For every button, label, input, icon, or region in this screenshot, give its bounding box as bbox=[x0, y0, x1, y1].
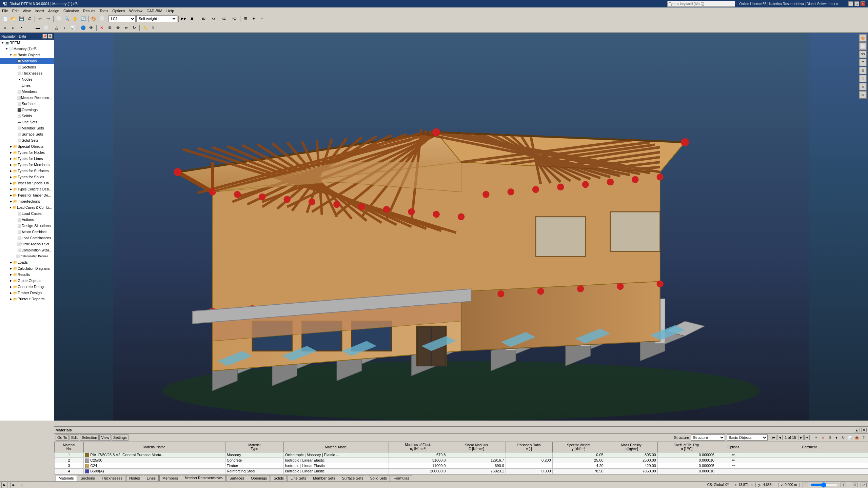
tree-item-action-combos[interactable]: ▶ ⬜ Action Combinations bbox=[0, 229, 54, 235]
tb-zoom-out[interactable]: − bbox=[258, 15, 265, 22]
tree-item-member-reps[interactable]: ▶ ⬜ Member Representatives bbox=[0, 95, 54, 101]
status-btn-1[interactable]: ▶ bbox=[1, 482, 7, 488]
tb-pan[interactable]: ✋ bbox=[71, 15, 79, 22]
tb2-delete[interactable]: ✕ bbox=[98, 24, 105, 32]
tb2-node[interactable]: • bbox=[18, 24, 25, 32]
tab-member-sets[interactable]: Member Sets bbox=[310, 475, 338, 481]
tree-item-line-sets[interactable]: ▶ — Line Sets bbox=[0, 119, 54, 125]
tree-item-lines[interactable]: ▶ — Lines bbox=[0, 82, 54, 88]
tb-open[interactable]: 📂 bbox=[9, 15, 17, 22]
status-fullscreen[interactable]: ⤢ bbox=[861, 483, 867, 487]
tab-surfaces[interactable]: Surfaces bbox=[226, 475, 247, 481]
status-view-toggle[interactable]: ⊞ bbox=[852, 483, 858, 487]
tree-item-timber-design[interactable]: ▶ 📂 Timber Design bbox=[0, 290, 54, 296]
panel-tb-import[interactable]: 📥 bbox=[854, 434, 860, 441]
panel-view-button[interactable]: View bbox=[99, 434, 111, 441]
panel-selection-button[interactable]: Selection bbox=[80, 434, 99, 441]
tb2-line[interactable]: — bbox=[26, 24, 33, 32]
tree-item-printout-reports[interactable]: ▶ 📂 Printout Reports bbox=[0, 296, 54, 302]
tree-item-loads[interactable]: ▶ 📂 Loads bbox=[0, 259, 54, 265]
status-zoom-in[interactable]: + bbox=[841, 483, 846, 487]
tb2-snap[interactable]: ⊕ bbox=[1, 24, 9, 32]
tree-item-actions[interactable]: ▶ ⬜ Actions bbox=[0, 217, 54, 223]
tree-item-static-analysis[interactable]: ▶ ⬜ Static Analysis Settings bbox=[0, 241, 54, 247]
tree-item-results[interactable]: ▶ 📂 Results bbox=[0, 271, 54, 278]
vp-render-button[interactable]: 🎨 bbox=[859, 34, 867, 42]
tb2-mirror[interactable]: ⇔ bbox=[122, 24, 130, 32]
nav-close-button[interactable]: ✕ bbox=[48, 34, 53, 39]
tab-solids[interactable]: Solids bbox=[271, 475, 287, 481]
tb2-rotate-obj[interactable]: ↻ bbox=[131, 24, 138, 32]
menu-cad-bim[interactable]: CAD-BIM bbox=[144, 8, 164, 14]
tb2-properties[interactable]: ℹ bbox=[149, 24, 157, 32]
tb-rotate[interactable]: 🔄 bbox=[79, 15, 87, 22]
load-name-dropdown[interactable]: Self weight bbox=[136, 15, 177, 22]
tab-members[interactable]: Members bbox=[159, 475, 181, 481]
tb-new[interactable]: 📄 bbox=[1, 15, 9, 22]
tab-member-reps[interactable]: Member Representatives bbox=[182, 475, 226, 481]
tree-item-openings[interactable]: ▶ ⬛ Openings bbox=[0, 107, 54, 113]
tree-item-solids[interactable]: ▶ ⬜ Solids bbox=[0, 113, 54, 119]
tab-line-sets[interactable]: Line Sets bbox=[288, 475, 309, 481]
panel-tb-help[interactable]: ? bbox=[861, 434, 867, 441]
tb2-loads[interactable]: ↓ bbox=[61, 24, 68, 32]
close-button[interactable]: ✕ bbox=[861, 1, 865, 6]
tb2-move[interactable]: ✥ bbox=[114, 24, 122, 32]
tb-view-yz[interactable]: YZ bbox=[229, 15, 239, 22]
menu-file[interactable]: File bbox=[0, 8, 10, 14]
menu-results[interactable]: Results bbox=[81, 8, 98, 14]
tree-item-rfem[interactable]: ▼ 💻 RFEM bbox=[0, 40, 54, 46]
tb-redo[interactable]: ↪ bbox=[44, 15, 52, 22]
table-row[interactable]: 1 PIA 17/50/25.8 V2, General Purpose Mor… bbox=[55, 452, 868, 458]
tree-item-basic-objects[interactable]: ▼ 📂 Basic Objects bbox=[0, 52, 54, 58]
menu-assign[interactable]: Assign bbox=[46, 8, 61, 14]
vp-wire-button[interactable]: ⬜ bbox=[859, 42, 867, 50]
tree-item-masonry[interactable]: ▼ 📄 Masonry (1).rf6 bbox=[0, 46, 54, 52]
tree-item-special-objects[interactable]: ▶ 📂 Special Objects bbox=[0, 143, 54, 149]
tree-item-types-nodes[interactable]: ▶ 📂 Types for Nodes bbox=[0, 149, 54, 156]
tree-item-sections[interactable]: ▶ ⬜ Sections bbox=[0, 64, 54, 70]
tab-sections[interactable]: Sections bbox=[78, 475, 98, 481]
tree-item-concrete-design[interactable]: ▶ 📂 Concrete Design bbox=[0, 284, 54, 290]
tree-item-load-cases[interactable]: ▶ ⬜ Load Cases bbox=[0, 210, 54, 217]
panel-last-btn[interactable]: ⏭ bbox=[804, 435, 810, 440]
tb-save[interactable]: 💾 bbox=[18, 15, 25, 22]
table-row[interactable]: 4 B500(A) Reinforcing Steel Isotropic | … bbox=[55, 468, 868, 474]
zoom-slider[interactable] bbox=[811, 483, 838, 487]
tb-fit-all[interactable]: ⊞ bbox=[242, 15, 249, 22]
search-input[interactable] bbox=[667, 1, 735, 7]
tb2-results[interactable]: 📊 bbox=[69, 24, 76, 32]
menu-insert[interactable]: Insert bbox=[33, 8, 46, 14]
tab-solid-sets[interactable]: Solid Sets bbox=[367, 475, 390, 481]
tb2-render-mode[interactable]: 🔵 bbox=[79, 24, 87, 32]
tree-item-types-concrete[interactable]: ▶ 📂 Types Concrete Design bbox=[0, 186, 54, 192]
menu-calculate[interactable]: Calculate bbox=[61, 8, 81, 14]
tree-item-types-special[interactable]: ▶ 📂 Types for Special Objects bbox=[0, 180, 54, 186]
tree-item-types-timber[interactable]: ▶ 📂 Types for Timber Design bbox=[0, 192, 54, 198]
tb-stop[interactable]: ⏹ bbox=[188, 15, 196, 22]
tree-item-combo-wizards[interactable]: ▶ ⬜ Combination Wizards bbox=[0, 247, 54, 253]
tb-view-3d[interactable]: 3D bbox=[199, 15, 208, 22]
panel-tb-add[interactable]: + bbox=[813, 434, 819, 441]
tb-zoom[interactable]: 🔍 bbox=[63, 15, 71, 22]
tb2-xray[interactable]: 👁 bbox=[87, 24, 95, 32]
tree-item-member-sets[interactable]: ▶ ⬜ Member Sets bbox=[0, 125, 54, 131]
nav-pin-button[interactable]: 📌 bbox=[42, 34, 47, 39]
tree-item-guide-objects[interactable]: ▶ 📂 Guide Objects bbox=[0, 278, 54, 284]
tab-nodes[interactable]: Nodes bbox=[126, 475, 143, 481]
vp-top-button[interactable]: ⊤ bbox=[859, 59, 867, 66]
panel-edit-button[interactable]: Edit bbox=[70, 434, 79, 441]
panel-tb-export[interactable]: 📊 bbox=[847, 434, 853, 441]
tree-item-load-combos[interactable]: ▼ 📂 Load Cases & Combinations bbox=[0, 204, 54, 210]
tree-item-design-situations[interactable]: ▶ ⬜ Design Situations bbox=[0, 223, 54, 229]
panel-expand-button[interactable]: ▲ bbox=[854, 428, 860, 432]
load-case-dropdown[interactable]: LC1 bbox=[108, 15, 136, 22]
menu-window[interactable]: Window bbox=[127, 8, 144, 14]
vp-front-button[interactable]: ⊞ bbox=[859, 67, 867, 74]
tree-item-types-members[interactable]: ▶ 📂 Types for Members bbox=[0, 162, 54, 168]
tab-lines[interactable]: Lines bbox=[144, 475, 159, 481]
tb-render[interactable]: 🎨 bbox=[90, 15, 97, 22]
maximize-button[interactable]: □ bbox=[854, 1, 859, 6]
tb2-surface[interactable]: ⬜ bbox=[42, 24, 50, 32]
minimize-button[interactable]: − bbox=[848, 1, 853, 6]
